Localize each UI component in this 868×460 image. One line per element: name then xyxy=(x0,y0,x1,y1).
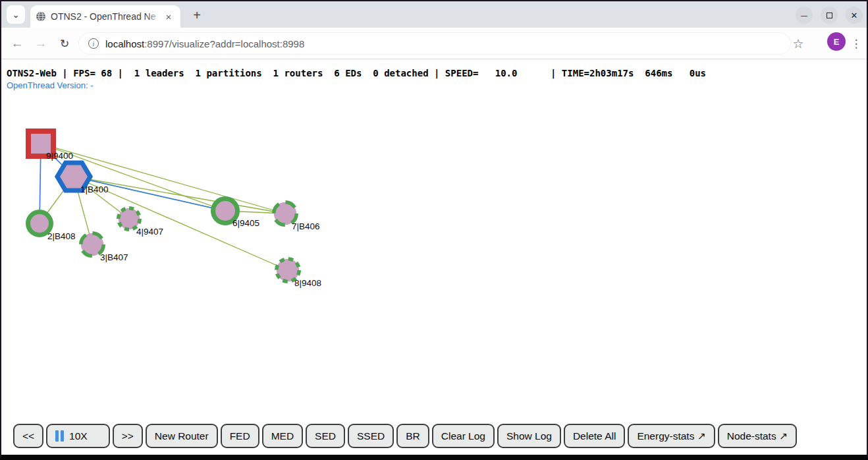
url-text[interactable]: localhost:8997/visualize?addr=localhost:… xyxy=(105,38,304,49)
network-topology-canvas[interactable]: 9|94001|B4002|B4083|B4074|94076|94057|B4… xyxy=(1,92,868,447)
new-router-button[interactable]: New Router xyxy=(146,424,218,448)
window-maximize-button[interactable] xyxy=(821,7,838,24)
pause-speed-button[interactable]: 10X xyxy=(46,424,110,448)
star-icon: ☆ xyxy=(792,36,803,51)
simulation-action-bar: <<10X>>New RouterFEDMEDSEDSSEDBRClear Lo… xyxy=(13,424,797,448)
address-bar[interactable]: i localhost:8997/visualize?addr=localhos… xyxy=(79,33,790,54)
add-ssed-button-label: SSED xyxy=(357,430,385,442)
clear-log-button-label: Clear Log xyxy=(441,430,485,442)
node-label: 1|B400 xyxy=(80,185,109,194)
profile-avatar[interactable]: E xyxy=(827,32,846,51)
browser-tab[interactable]: OTNS2 - OpenThread Ne × xyxy=(30,5,180,28)
browser-navbar: ← → ↻ i localhost:8997/visualize?addr=lo… xyxy=(1,28,867,59)
add-fed-button-label: FED xyxy=(230,430,250,442)
url-path: :8997/visualize?addr=localhost:8998 xyxy=(144,38,304,49)
add-fed-button[interactable]: FED xyxy=(221,424,259,448)
tab-search-button[interactable]: ⌄ xyxy=(7,5,25,24)
radio-link xyxy=(74,177,285,214)
window-close-button[interactable]: ✕ xyxy=(846,7,863,24)
pause-speed-button-label: 10X xyxy=(69,430,88,442)
speed-up-button-label: >> xyxy=(122,430,134,442)
browser-titlebar: ⌄ OTNS2 - OpenThread Ne × + — ✕ xyxy=(1,1,867,28)
otns-page: OTNS2-Web | FPS= 68 | 1 leaders 1 partit… xyxy=(1,60,867,455)
add-med-button-label: MED xyxy=(271,430,294,442)
maximize-icon xyxy=(827,13,832,18)
add-sed-button[interactable]: SED xyxy=(306,424,345,448)
show-log-button[interactable]: Show Log xyxy=(497,424,561,448)
clear-log-button[interactable]: Clear Log xyxy=(432,424,495,448)
kebab-menu-icon: ⋮ xyxy=(851,37,862,51)
node-stats-button[interactable]: Node-stats ↗ xyxy=(718,424,797,448)
node-label: 9|9400 xyxy=(46,151,73,161)
node-label: 2|B408 xyxy=(47,231,76,241)
minimize-icon: — xyxy=(801,12,807,19)
node-label: 3|B407 xyxy=(100,252,128,262)
forward-arrow-icon: → xyxy=(35,36,47,51)
back-button[interactable]: ← xyxy=(9,36,25,51)
node-stats-button-label: Node-stats ↗ xyxy=(727,430,788,442)
node-label: 8|9408 xyxy=(294,278,321,288)
chevron-down-icon: ⌄ xyxy=(12,9,20,20)
speed-down-button-label: << xyxy=(22,430,34,442)
reload-icon: ↻ xyxy=(60,37,69,51)
delete-all-button-label: Delete All xyxy=(573,430,616,442)
node-label: 6|9405 xyxy=(232,218,259,228)
add-sed-button-label: SED xyxy=(315,430,336,442)
back-arrow-icon: ← xyxy=(11,36,24,51)
new-tab-button[interactable]: + xyxy=(188,7,205,24)
browser-menu-button[interactable]: ⋮ xyxy=(848,36,864,51)
site-info-icon[interactable]: i xyxy=(88,38,99,49)
window-minimize-button[interactable]: — xyxy=(796,7,813,24)
speed-down-button[interactable]: << xyxy=(13,424,43,448)
bookmark-button[interactable]: ☆ xyxy=(790,36,806,51)
tab-title: OTNS2 - OpenThread Ne xyxy=(51,11,157,22)
show-log-button-label: Show Log xyxy=(506,430,552,442)
simulation-status-line: OTNS2-Web | FPS= 68 | 1 leaders 1 partit… xyxy=(7,68,706,78)
globe-icon xyxy=(36,11,46,22)
browser-window: ⌄ OTNS2 - OpenThread Ne × + — ✕ ← xyxy=(0,0,868,460)
close-icon: ✕ xyxy=(851,11,858,20)
add-med-button[interactable]: MED xyxy=(262,424,303,448)
new-router-button-label: New Router xyxy=(155,430,209,442)
energy-stats-button[interactable]: Energy-stats ↗ xyxy=(628,424,715,448)
delete-all-button[interactable]: Delete All xyxy=(564,424,625,448)
pause-icon xyxy=(55,430,64,442)
energy-stats-button-label: Energy-stats ↗ xyxy=(637,430,705,442)
speed-up-button[interactable]: >> xyxy=(113,424,143,448)
add-ssed-button[interactable]: SSED xyxy=(348,424,394,448)
node-label: 7|B406 xyxy=(292,221,320,231)
openthread-version-link[interactable]: OpenThread Version: - xyxy=(7,80,94,90)
forward-button[interactable]: → xyxy=(33,36,49,51)
reload-button[interactable]: ↻ xyxy=(57,36,72,51)
add-br-button[interactable]: BR xyxy=(396,424,429,448)
tab-close-icon[interactable]: × xyxy=(162,10,175,23)
node-label: 4|9407 xyxy=(136,227,163,237)
add-br-button-label: BR xyxy=(406,430,420,442)
url-host: localhost xyxy=(105,38,144,49)
